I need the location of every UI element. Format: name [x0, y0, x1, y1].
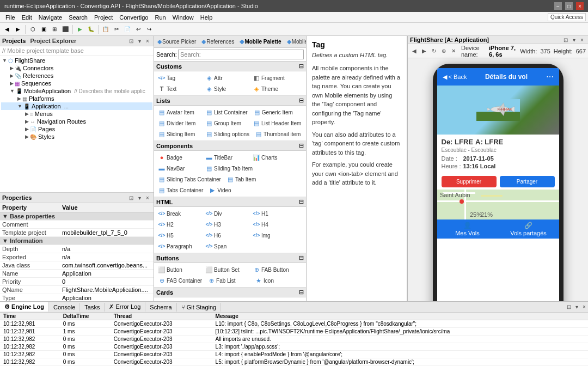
palette-item-attr[interactable]: ◈ Attr: [203, 73, 249, 83]
palette-item-h5[interactable]: </> H5: [156, 230, 202, 240]
palette-item-video[interactable]: ▶ Video: [206, 185, 253, 195]
palette-item-h2[interactable]: </> H2: [156, 219, 202, 229]
palette-item-img[interactable]: </> Img: [250, 230, 297, 240]
palette-item-icon[interactable]: ★ Icon: [253, 276, 299, 285]
palette-item-list-header[interactable]: ▤ List Header Item: [250, 118, 303, 128]
section-header-lists[interactable]: Lists ⊟: [154, 96, 306, 106]
prop-row-name[interactable]: Name Application: [0, 270, 154, 278]
dev-icon-2[interactable]: ▶: [420, 47, 428, 56]
tree-item-references[interactable]: ▶ 📎 References: [1, 72, 152, 80]
palette-item-generic-item[interactable]: ▤ Generic Item: [251, 107, 297, 117]
palette-item-group-item[interactable]: ▤ Group Item: [203, 118, 249, 128]
right-panel-close-btn[interactable]: ×: [578, 36, 586, 44]
tab-mobile-palette[interactable]: ◆Mobile Palette: [237, 37, 283, 46]
dev-icon-5[interactable]: ✕: [449, 47, 458, 56]
palette-item-divider[interactable]: ▤ Divider Item: [156, 118, 202, 128]
palette-item-tabs-container[interactable]: ▤ Tabs Container: [156, 185, 205, 195]
tree-item-platforms[interactable]: ▶ ▦ Platforms: [1, 95, 152, 102]
tree-item-flightshare[interactable]: ▼ ⬡ FlightShare: [1, 57, 152, 64]
close-button[interactable]: ×: [576, 2, 584, 10]
panel-close-btn[interactable]: ×: [144, 37, 151, 45]
palette-item-list-container[interactable]: ▤ List Container: [203, 107, 250, 117]
palette-item-break[interactable]: </> Break: [156, 209, 202, 218]
tree-item-sequences[interactable]: ▶ ▦ Sequences: [1, 80, 152, 87]
minimize-button[interactable]: −: [554, 2, 562, 10]
prop-row-exported[interactable]: Exported n/a: [0, 253, 154, 261]
toolbar-run-btn[interactable]: ▶: [75, 25, 85, 34]
palette-item-fab-button[interactable]: ⊕ FAB Button: [250, 265, 297, 275]
palette-item-avatar-item[interactable]: ▤ Avatar Item: [156, 107, 202, 117]
palette-item-fragment[interactable]: ◧ Fragment: [250, 73, 297, 83]
props-toolbar-btn1[interactable]: ⊡: [127, 194, 135, 202]
toolbar-btn-3[interactable]: ⊞: [50, 25, 59, 34]
tree-item-pages[interactable]: ▶ 📄 Pages: [1, 125, 152, 133]
toolbar-btn-5[interactable]: 📋: [101, 25, 111, 34]
palette-item-h4[interactable]: </> H4: [250, 219, 297, 229]
menu-run[interactable]: Run: [151, 13, 169, 22]
right-panel-min-btn[interactable]: ⊡: [562, 36, 569, 44]
palette-item-badge[interactable]: ● Badge: [156, 153, 202, 162]
menu-navigate[interactable]: Navigate: [35, 13, 65, 22]
dev-icon-4[interactable]: ⊕: [439, 47, 448, 56]
section-header-cards[interactable]: Cards ⊟: [154, 288, 306, 297]
tree-item-application[interactable]: ▼ 📱 Application ...: [1, 102, 152, 110]
dev-icon-refresh[interactable]: ↻: [430, 47, 438, 56]
toolbar-btn-1[interactable]: ⬡: [28, 25, 38, 34]
quick-access-field[interactable]: Quick Access: [548, 13, 586, 21]
menu-convertigo[interactable]: Convertigo: [116, 13, 151, 22]
tree-item-menus[interactable]: ▶ ≡ Menus: [1, 110, 152, 118]
section-header-components[interactable]: Components ⊟: [154, 141, 306, 151]
toolbar-btn-6[interactable]: ✂: [112, 25, 121, 34]
tree-item-navrouts[interactable]: ▶ ↔ Navigation Routes: [1, 118, 152, 125]
prop-row-type[interactable]: Type Application: [0, 294, 154, 302]
toolbar-btn-9[interactable]: ↪: [144, 25, 154, 34]
log-tab-tasks[interactable]: Tasks: [80, 303, 105, 312]
palette-item-h1[interactable]: </> H1: [250, 209, 297, 218]
right-panel-menu-btn[interactable]: ▾: [570, 36, 578, 44]
prop-row-comment[interactable]: Comment: [0, 221, 154, 229]
tab-project-explorer[interactable]: Project Explorer: [30, 38, 76, 44]
log-tab-console[interactable]: Console: [49, 303, 80, 312]
log-tab-error[interactable]: ✗ Error Log: [105, 302, 145, 312]
maximize-button[interactable]: □: [565, 2, 573, 10]
props-close-btn[interactable]: ×: [144, 194, 151, 202]
menu-help[interactable]: Help: [197, 13, 216, 22]
menu-search[interactable]: Search: [65, 13, 91, 22]
palette-item-titlebar[interactable]: ▬ TitleBar: [203, 153, 249, 162]
tab-references[interactable]: ◆References: [199, 37, 236, 46]
palette-item-sliding-item[interactable]: ▤ Sliding Item: [156, 129, 202, 139]
tree-item-mobileapp[interactable]: ▼ 📱 MobileApplication // Describes the m…: [1, 87, 152, 95]
palette-item-div[interactable]: </> Div: [203, 209, 249, 218]
palette-item-navbar[interactable]: ▬ NavBar: [156, 163, 202, 173]
menu-file[interactable]: File: [2, 13, 19, 22]
log-menu-btn[interactable]: ▾: [573, 303, 580, 311]
palette-item-thumbnail[interactable]: ▤ Thumbnail item: [253, 129, 303, 139]
share-flight-btn[interactable]: Partager: [500, 176, 555, 187]
props-toolbar-btn2[interactable]: ▾: [136, 194, 143, 202]
section-header-customs[interactable]: Customs ⊟: [154, 62, 306, 71]
log-close-btn[interactable]: ×: [580, 303, 588, 311]
log-tab-engine[interactable]: ⚙ Engine Log: [0, 302, 49, 312]
panel-collapse-btn[interactable]: ⊡: [127, 37, 135, 45]
palette-item-h6[interactable]: </> H6: [203, 230, 249, 240]
palette-item-fab-list[interactable]: ⊕ Fab List: [205, 276, 252, 285]
menu-project[interactable]: Project: [91, 13, 116, 22]
menu-window[interactable]: Window: [169, 13, 197, 22]
palette-item-tab-item[interactable]: ▤ Tab Item: [224, 174, 271, 184]
prop-row-priority[interactable]: Priority 0: [0, 278, 154, 286]
app-back-btn[interactable]: ◀ < Back: [443, 74, 467, 81]
panel-menu-btn[interactable]: ▾: [136, 37, 143, 45]
toolbar-back-btn[interactable]: ◀: [2, 25, 12, 34]
toolbar-debug-btn[interactable]: 🐛: [86, 25, 96, 34]
prop-row-javaclass[interactable]: Java class com.twinsoft.convertigo.beans…: [0, 261, 154, 270]
log-tab-git[interactable]: ⑂ Git Staging: [177, 303, 221, 312]
app-tab-vols-partages[interactable]: 🔗 Vols partagés: [498, 219, 559, 239]
palette-item-h3[interactable]: </> H3: [203, 219, 249, 229]
toolbar-btn-2[interactable]: ▣: [39, 25, 48, 34]
prop-row-qname[interactable]: QName FlightShare.MobileApplication....: [0, 286, 154, 294]
delete-flight-btn[interactable]: Supprimer: [442, 176, 497, 187]
palette-item-sliding-tabs-container[interactable]: ▤ Sliding Tabs Container: [156, 174, 223, 184]
palette-item-sliding-tab-item[interactable]: ▤ Sliding Tab Item: [203, 163, 255, 173]
app-tab-mes-vols[interactable]: 👤 Mes Vols: [437, 219, 498, 239]
tab-source-picker[interactable]: ◆Source Picker: [155, 37, 198, 46]
